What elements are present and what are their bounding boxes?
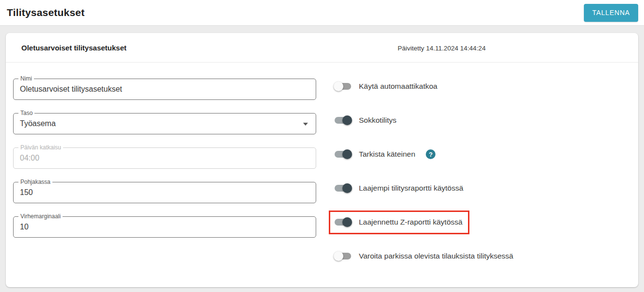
nimi-input[interactable]: [20, 85, 309, 94]
virhemarginaali-input[interactable]: [20, 223, 309, 231]
field-paivan-katkaisu-label: Päivän katkaisu: [18, 144, 63, 151]
toggle-switch-sokkotilitys[interactable]: [334, 115, 352, 126]
toggle-row-sokkotilitys: Sokkotilitys: [334, 110, 634, 130]
toggle-label: Tarkista käteinen: [359, 150, 415, 159]
dropdown-caret-icon: [303, 123, 308, 126]
card-title: Oletusarvoiset tilitysasetukset: [21, 44, 127, 52]
toggle-switch-varoita-parkissa[interactable]: [334, 251, 352, 261]
card-header: Oletusarvoiset tilitysasetukset Päivitet…: [6, 33, 638, 63]
top-bar: Tilitysasetukset TALLENNA: [0, 0, 644, 26]
field-taso[interactable]: Taso Työasema: [13, 113, 316, 134]
taso-selected-value: Työasema: [20, 119, 56, 128]
toggle-switch-laajempi-tilitysraportti[interactable]: [334, 183, 352, 194]
paivan-katkaisu-input: [20, 154, 309, 162]
toggle-switch-laajennettu-z-raportti[interactable]: [334, 217, 352, 227]
toggle-label: Laajempi tilitysraportti käytössä: [359, 184, 463, 193]
toggle-thumb: [342, 115, 352, 125]
settings-card: Oletusarvoiset tilitysasetukset Päivitet…: [6, 33, 638, 287]
toggle-switch-automaattikatko[interactable]: [334, 81, 352, 92]
updated-timestamp: Päivitetty 14.11.2024 14:44:24: [398, 45, 485, 52]
toggle-row-automaattikatko: Käytä automaattikatkoa: [334, 76, 634, 97]
field-nimi: Nimi: [13, 79, 316, 100]
toggle-row-tarkista-kateinen: Tarkista käteinen ?: [334, 144, 634, 164]
toggle-thumb: [342, 149, 352, 159]
field-virhemarginaali-label: Virhemarginaali: [18, 213, 63, 220]
toggles-column: Käytä automaattikatkoa Sokkotilitys Tark…: [334, 76, 634, 280]
toggle-label: Laajennettu Z-raportti käytössä: [359, 218, 463, 227]
toggle-thumb: [342, 217, 352, 227]
toggle-label: Käytä automaattikatkoa: [359, 82, 437, 91]
toggle-label: Sokkotilitys: [359, 116, 397, 125]
toggle-thumb: [334, 251, 343, 261]
toggle-switch-tarkista-kateinen[interactable]: [334, 149, 352, 160]
save-button[interactable]: TALLENNA: [584, 4, 638, 22]
page-title: Tilitysasetukset: [7, 7, 84, 18]
toggle-row-laajempi-tilitysraportti: Laajempi tilitysraportti käytössä: [334, 178, 634, 198]
toggle-row-laajennettu-z-raportti: Laajennettu Z-raportti käytössä: [334, 212, 634, 232]
field-pohjakassa-label: Pohjakassa: [18, 178, 52, 185]
toggle-row-varoita-parkissa: Varoita parkissa olevista tilauksista ti…: [334, 246, 634, 266]
toggle-label: Varoita parkissa olevista tilauksista ti…: [359, 252, 513, 260]
toggle-thumb: [334, 81, 343, 91]
form-fields-column: Nimi Taso Työasema Päivän katkaisu Pohja…: [13, 79, 316, 251]
field-virhemarginaali: Virhemarginaali: [13, 216, 316, 238]
toggle-thumb: [342, 183, 352, 193]
field-pohjakassa: Pohjakassa: [13, 182, 316, 203]
field-taso-label: Taso: [18, 110, 34, 116]
help-icon[interactable]: ?: [426, 149, 435, 159]
pohjakassa-input[interactable]: [20, 188, 309, 197]
field-paivan-katkaisu: Päivän katkaisu: [13, 147, 316, 169]
field-nimi-label: Nimi: [18, 75, 34, 82]
